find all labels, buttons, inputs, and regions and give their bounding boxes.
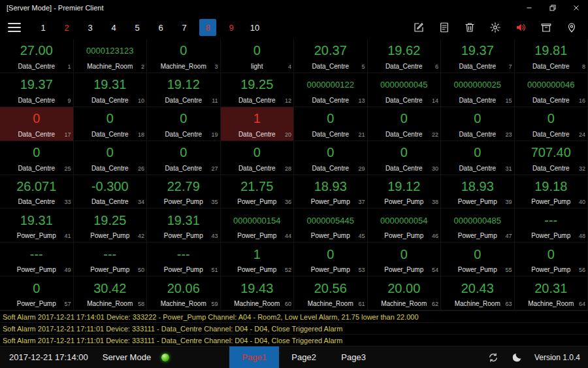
close-button[interactable] [564, 0, 588, 16]
channel-cell[interactable]: 0Machine_Room3 [147, 39, 221, 73]
channel-cell[interactable]: 19.25Power_Pump42 [74, 209, 148, 243]
channel-cell[interactable]: 0Data_Centre18 [74, 107, 148, 141]
channel-cell[interactable]: 0light4 [221, 39, 295, 73]
channel-cell[interactable]: 0Data_Centre22 [368, 107, 442, 141]
channel-cell[interactable]: 0Data_Centre24 [515, 107, 588, 141]
channel-cell[interactable]: 18.93Power_Pump37 [294, 175, 368, 209]
channel-cell[interactable]: 19.43Machine_Room60 [221, 276, 295, 310]
toolbar-page-10[interactable]: 10 [246, 19, 263, 36]
toolbar-page-7[interactable]: 7 [176, 19, 193, 36]
channel-cell[interactable]: 19.25Data_Centre12 [221, 73, 295, 107]
restore-button[interactable] [541, 0, 564, 16]
night-mode-icon[interactable] [511, 352, 523, 363]
channel-cell[interactable]: ---Power_Pump48 [515, 209, 588, 243]
channel-cell[interactable]: ---Power_Pump49 [0, 243, 74, 276]
channel-cell[interactable]: 19.31Data_Centre10 [74, 73, 148, 107]
edit-icon[interactable] [413, 22, 425, 33]
channel-index: 12 [285, 96, 291, 105]
toolbar-page-6[interactable]: 6 [152, 19, 169, 36]
channel-cell[interactable]: 0000000025Data_Centre15 [441, 73, 515, 107]
channel-cell[interactable]: 27.00Data_Centre1 [0, 39, 74, 73]
channel-cell[interactable]: 19.62Data_Centre6 [368, 39, 442, 73]
toolbar-icon-group [413, 22, 588, 33]
channel-cell[interactable]: 0000000045Data_Centre14 [368, 73, 442, 107]
channel-cell[interactable]: 0Data_Centre28 [221, 141, 295, 175]
channel-cell[interactable]: 0000123123Machine_Room2 [74, 39, 148, 73]
channel-cell[interactable]: 19.31Power_Pump41 [0, 209, 74, 243]
channel-cell[interactable]: 0Data_Centre27 [147, 141, 221, 175]
channel-cell[interactable]: 1Power_Pump52 [221, 243, 295, 276]
channel-cell[interactable]: 0Power_Pump56 [515, 243, 588, 276]
channel-cell[interactable]: 20.00Machine_Room62 [368, 276, 442, 310]
bottom-tab-page1[interactable]: Page1 [229, 346, 279, 368]
sync-icon[interactable] [487, 352, 499, 363]
channel-cell[interactable]: 20.56Machine_Room61 [294, 276, 368, 310]
location-icon[interactable] [566, 22, 578, 33]
channel-cell[interactable]: 0Data_Centre21 [294, 107, 368, 141]
channel-cell[interactable]: ---Power_Pump50 [74, 243, 148, 276]
channel-cell[interactable]: 0Data_Centre29 [294, 141, 368, 175]
toolbar-page-3[interactable]: 3 [82, 19, 99, 36]
channel-cell[interactable]: 0000000046Data_Centre16 [515, 73, 588, 107]
toolbar-page-1[interactable]: 1 [35, 19, 52, 36]
channel-meta: Machine_Room3 [147, 62, 220, 71]
channel-cell[interactable]: 0000000122Data_Centre13 [294, 73, 368, 107]
toolbar-page-5[interactable]: 5 [129, 19, 146, 36]
bin-icon[interactable] [540, 22, 552, 33]
channel-cell[interactable]: 19.37Data_Centre7 [441, 39, 515, 73]
channel-cell[interactable]: 0Data_Centre31 [441, 141, 515, 175]
toolbar-page-8[interactable]: 8 [199, 19, 216, 36]
channel-cell[interactable]: 18.93Power_Pump39 [441, 175, 515, 209]
channel-cell[interactable]: 22.79Power_Pump35 [147, 175, 221, 209]
channel-cell[interactable]: 0000005445Power_Pump45 [294, 209, 368, 243]
channel-label: Power_Pump [90, 232, 129, 239]
minimize-button[interactable] [517, 0, 541, 16]
channel-cell[interactable]: 21.75Power_Pump36 [221, 175, 295, 209]
channel-value: 19.31 [0, 209, 73, 231]
channel-cell[interactable]: 20.43Machine_Room63 [441, 276, 515, 310]
bottom-tab-page2[interactable]: Page2 [279, 346, 329, 368]
channel-cell[interactable]: 20.37Data_Centre5 [294, 39, 368, 73]
bottom-tab-page3[interactable]: Page3 [329, 346, 378, 368]
channel-cell[interactable]: 0Data_Centre17 [0, 107, 74, 141]
channel-index: 27 [211, 164, 218, 173]
channel-cell[interactable]: 0000000485Power_Pump47 [441, 209, 515, 243]
toolbar-page-2[interactable]: 2 [58, 19, 75, 36]
statusbar-right: Version 1.0.4 [487, 352, 588, 363]
channel-cell[interactable]: 0Power_Pump57 [0, 276, 74, 310]
trash-icon[interactable] [464, 22, 476, 33]
channel-cell[interactable]: 0Data_Centre30 [368, 141, 442, 175]
menu-icon[interactable] [8, 20, 21, 35]
channel-label: Data_Centre [165, 131, 202, 138]
toolbar-page-4[interactable]: 4 [105, 19, 122, 36]
channel-cell[interactable]: 0Power_Pump54 [368, 243, 442, 276]
channel-cell[interactable]: 30.42Machine_Room58 [74, 276, 148, 310]
channel-cell[interactable]: -0.300Data_Centre34 [74, 175, 148, 209]
channel-cell[interactable]: 19.18Power_Pump40 [515, 175, 588, 209]
channel-cell[interactable]: 19.12Power_Pump38 [368, 175, 442, 209]
channel-cell[interactable]: 0Data_Centre23 [441, 107, 515, 141]
channel-cell[interactable]: 26.071Data_Centre33 [0, 175, 74, 209]
channel-cell[interactable]: 19.81Data_Centre8 [515, 39, 588, 73]
channel-cell[interactable]: 0000000154Power_Pump44 [221, 209, 295, 243]
channel-grid: 27.00Data_Centre10000123123Machine_Room2… [0, 39, 588, 310]
channel-cell[interactable]: 19.37Data_Centre9 [0, 73, 74, 107]
channel-cell[interactable]: 20.06Machine_Room59 [147, 276, 221, 310]
channel-cell[interactable]: 0000000054Power_Pump46 [368, 209, 442, 243]
channel-cell[interactable]: 19.31Power_Pump43 [147, 209, 221, 243]
note-icon[interactable] [438, 22, 450, 33]
settings-icon[interactable] [489, 22, 501, 33]
channel-cell[interactable]: 0Power_Pump53 [294, 243, 368, 276]
channel-cell[interactable]: 0Power_Pump55 [441, 243, 515, 276]
channel-cell[interactable]: 0Data_Centre19 [147, 107, 221, 141]
channel-cell[interactable]: 20.31Machine_Room64 [515, 276, 588, 310]
toolbar-page-9[interactable]: 9 [223, 19, 240, 36]
channel-cell[interactable]: ---Power_Pump51 [147, 243, 221, 276]
speaker-icon[interactable] [515, 22, 527, 33]
channel-cell[interactable]: 707.40Data_Centre32 [515, 141, 588, 175]
channel-cell[interactable]: 1Data_Centre20 [221, 107, 295, 141]
channel-label: Data_Centre [459, 131, 496, 138]
channel-cell[interactable]: 19.12Data_Centre11 [147, 73, 221, 107]
channel-cell[interactable]: 0Data_Centre26 [74, 141, 148, 175]
channel-cell[interactable]: 0Data_Centre25 [0, 141, 74, 175]
